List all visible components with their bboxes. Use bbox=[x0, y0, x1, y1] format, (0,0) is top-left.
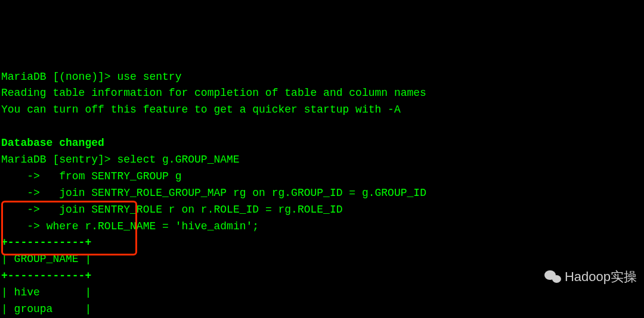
select-line-3: join SENTRY_ROLE_GROUP_MAP rg on rg.GROU… bbox=[47, 187, 426, 199]
terminal-output: MariaDB [(none)]> use sentry Reading tab… bbox=[1, 69, 643, 318]
table-sep-mid: +------------+ bbox=[1, 270, 91, 282]
cont-prompt: -> bbox=[1, 170, 47, 182]
select-line-4: join SENTRY_ROLE r on r.ROLE_ID = rg.ROL… bbox=[47, 204, 343, 216]
select-line-2: from SENTRY_GROUP g bbox=[47, 170, 182, 182]
select-line-5: where r.ROLE_NAME = 'hive_admin'; bbox=[47, 220, 259, 232]
info-line-1: Reading table information for completion… bbox=[1, 87, 426, 99]
sql-use-command: use sentry bbox=[117, 71, 181, 83]
db-changed-msg: Database changed bbox=[1, 137, 104, 149]
table-row: | hive | bbox=[1, 286, 91, 298]
select-line-1: select g.GROUP_NAME bbox=[117, 154, 239, 166]
cont-prompt: -> bbox=[1, 204, 47, 216]
prompt-sentry: MariaDB [sentry]> bbox=[1, 154, 117, 166]
prompt-none: MariaDB [(none)]> bbox=[1, 71, 117, 83]
table-header: | GROUP_NAME | bbox=[1, 253, 91, 265]
cont-prompt: -> bbox=[1, 220, 47, 232]
table-sep-top: +------------+ bbox=[1, 236, 91, 248]
cont-prompt: -> bbox=[1, 187, 47, 199]
info-line-2: You can turn off this feature to get a q… bbox=[1, 104, 401, 116]
table-row: | groupa | bbox=[1, 303, 91, 315]
